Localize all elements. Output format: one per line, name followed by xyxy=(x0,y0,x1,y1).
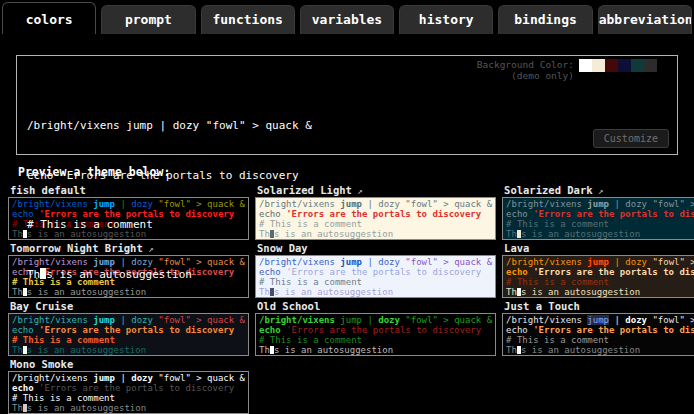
theme-preview-box[interactable]: /bright/vixens jump | dozy "fowl" > quac… xyxy=(255,313,496,356)
token-autosugg: Th xyxy=(12,229,23,239)
token-match: jump xyxy=(93,315,115,325)
background-swatch-2[interactable] xyxy=(605,59,618,72)
token-sep: | xyxy=(115,373,131,383)
token-match: jump xyxy=(93,373,115,383)
token-autosugg: Th xyxy=(12,403,23,413)
background-color-label-line1: Background Color: xyxy=(477,59,574,70)
token-error: 'Errors are the portals to discovery xyxy=(286,325,481,335)
theme-preview-box[interactable]: /bright/vixens jump | dozy "fowl" > quac… xyxy=(8,313,249,356)
token-autosugg: Th xyxy=(12,345,23,355)
token-path: /bright/vixens xyxy=(259,315,340,325)
customize-button[interactable]: Customize xyxy=(593,129,669,148)
background-color-swatches xyxy=(579,59,670,72)
token-error: 'Errors are the portals to discovery xyxy=(39,325,234,335)
background-color-control: Background Color:(demo only) xyxy=(477,59,670,81)
token-comment: # This is a comment xyxy=(12,335,115,345)
background-swatch-3[interactable] xyxy=(618,59,631,72)
token-quote: "fowl" > quack & xyxy=(158,315,245,325)
token-match: jump xyxy=(340,315,362,325)
tab-history[interactable]: history xyxy=(399,5,493,34)
token-comment: # This is a comment xyxy=(259,335,362,345)
theme-preview-box[interactable]: /bright/vixens jump | dozy "fowl" > quac… xyxy=(8,371,249,414)
terminal-line-autosuggestion: Ths is an autosuggestion xyxy=(27,267,667,284)
token-error: 'Errors are the portals to discovery xyxy=(533,325,694,335)
token-quote: "fowl" > quack & xyxy=(652,315,694,325)
tab-functions[interactable]: functions xyxy=(201,5,295,34)
token-echo: echo xyxy=(12,325,39,335)
token-cmd2: dozy xyxy=(378,315,405,325)
theme-mono-smoke[interactable]: Mono Smoke/bright/vixens jump | dozy "fo… xyxy=(8,358,249,414)
token-autosugg: Th xyxy=(506,345,517,355)
token-sep: | xyxy=(609,315,625,325)
autosuggestion-pre: Th xyxy=(27,268,40,281)
token-error: 'Errors are the portals to discovery xyxy=(39,383,234,393)
token-autosugg: s is an autosuggestion xyxy=(27,345,146,355)
token-echo: echo xyxy=(12,383,39,393)
token-autosugg: s is an autosuggestion xyxy=(521,345,640,355)
token-cmd2: dozy xyxy=(131,315,158,325)
token-path: /bright/vixens xyxy=(506,315,587,325)
token-autosugg: s is an autosuggestion xyxy=(274,345,393,355)
token-cmd2: dozy xyxy=(625,315,652,325)
terminal-line-comment: # This is a comment xyxy=(27,217,667,234)
tab-variables[interactable]: variables xyxy=(300,5,394,34)
token-comment: # This is a comment xyxy=(506,335,609,345)
tab-prompt[interactable]: prompt xyxy=(101,5,195,34)
tab-colors[interactable]: colors xyxy=(2,2,96,34)
token-echo: echo xyxy=(259,325,286,335)
token-autosugg: s is an autosuggestion xyxy=(27,403,146,413)
background-swatch-1[interactable] xyxy=(592,59,605,72)
token-autosugg: Th xyxy=(259,345,270,355)
token-sep: | xyxy=(115,315,131,325)
background-swatch-5[interactable] xyxy=(644,59,657,72)
token-path: /bright/vixens xyxy=(12,373,93,383)
tab-bar: colorspromptfunctionsvariableshistorybin… xyxy=(0,0,694,34)
autosuggestion-post: s is an autosuggestion xyxy=(46,268,192,281)
token-echo: echo xyxy=(506,325,533,335)
theme-preview-box[interactable]: /bright/vixens jump | dozy "fowl" > quac… xyxy=(502,313,694,356)
token-path: /bright/vixens xyxy=(12,315,93,325)
background-swatch-4[interactable] xyxy=(631,59,644,72)
token-quote: "fowl" > quack & xyxy=(158,373,245,383)
theme-title[interactable]: Mono Smoke xyxy=(10,358,249,371)
token-sep: | xyxy=(362,315,378,325)
background-swatch-0[interactable] xyxy=(579,59,592,72)
terminal-sample-text: /bright/vixens jump | dozy "fowl" > quac… xyxy=(27,85,667,316)
background-color-label-line2: (demo only) xyxy=(511,70,574,81)
token-quote: "fowl" > quack & xyxy=(405,315,492,325)
background-color-label: Background Color:(demo only) xyxy=(477,59,574,81)
tab-bindings[interactable]: bindings xyxy=(498,5,592,34)
token-autosugg: Th xyxy=(12,287,23,297)
terminal-preview: Background Color:(demo only) /bright/vix… xyxy=(16,55,678,155)
token-cmd2: dozy xyxy=(131,373,158,383)
token-match: jump xyxy=(587,315,609,325)
terminal-line-error: echo 'Errors are the portals to discover… xyxy=(27,168,667,185)
token-comment: # This is a comment xyxy=(12,393,115,403)
background-swatch-6[interactable] xyxy=(657,59,670,72)
terminal-line-command: /bright/vixens jump | dozy "fowl" > quac… xyxy=(27,118,667,135)
tab-abbreviations[interactable]: abbreviations xyxy=(598,5,692,34)
